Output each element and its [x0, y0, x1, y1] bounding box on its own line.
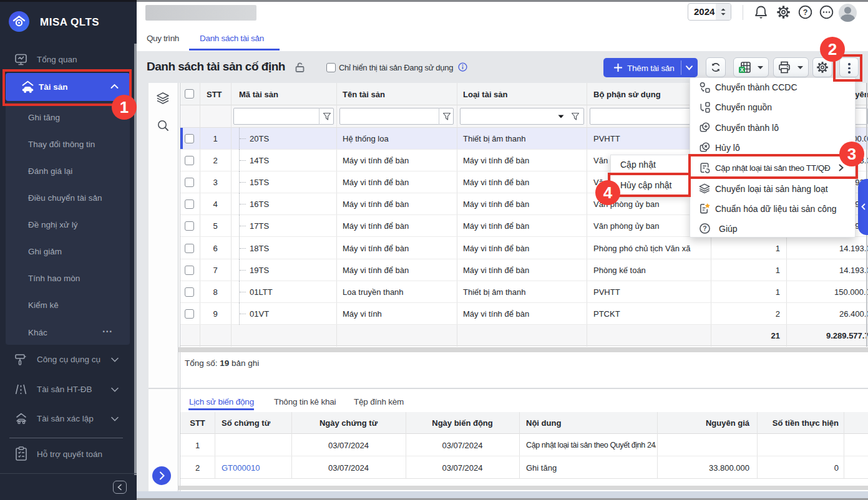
svg-text:?: ? [803, 8, 808, 17]
svg-text:X: X [740, 67, 744, 73]
svg-text:?: ? [703, 225, 706, 232]
